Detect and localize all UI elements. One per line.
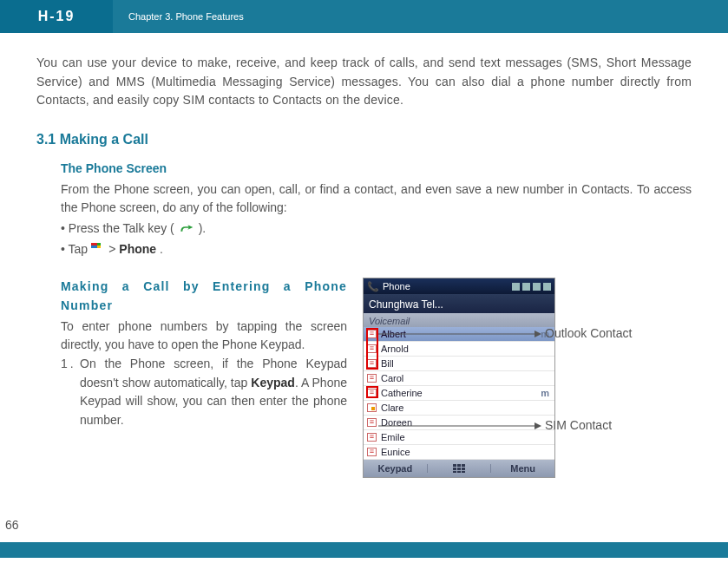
callout-outlook: Outlook Contact <box>378 324 632 344</box>
outlook-contact-icon: ≡ <box>367 433 377 442</box>
list-item[interactable]: ≡ Catherine m <box>364 386 554 401</box>
outlook-contact-icon: ≡ <box>367 374 377 383</box>
contact-name: Bill <box>381 357 394 371</box>
outlook-contact-icon: ≡ <box>367 344 377 353</box>
phone-softkey-bar: Keypad Menu <box>364 460 554 477</box>
svg-marker-3 <box>535 422 541 429</box>
outlook-contact-icon: ≡ <box>367 448 377 456</box>
phone-app-icon: 📞 <box>367 279 379 294</box>
keypad-label: Keypad <box>251 376 295 390</box>
bullet-tap-start: • Tap > Phone. <box>61 240 692 259</box>
mobile-indicator: m <box>541 386 551 401</box>
contact-name: Arnold <box>381 342 409 357</box>
callout-sim: SIM Contact <box>378 416 612 435</box>
status-icons <box>512 283 551 291</box>
top-bar: H-19 Chapter 3. Phone Features <box>0 0 728 33</box>
battery-icon <box>533 283 541 291</box>
carrier-label: Chunghwa Tel... <box>364 294 554 313</box>
keypad-icon <box>453 464 465 473</box>
bullet-text: • Tap <box>61 240 88 259</box>
close-icon <box>543 283 551 291</box>
phone-app-title: Phone <box>383 279 410 294</box>
windows-start-icon <box>91 243 105 255</box>
list-item[interactable]: ≡ Arnold <box>364 342 554 357</box>
phone-titlebar: 📞 Phone <box>364 278 554 294</box>
contact-name: Eunice <box>381 445 410 460</box>
left-column: Making a Call by Entering a Phone Number… <box>61 278 347 478</box>
callout-label: SIM Contact <box>545 416 612 435</box>
list-item[interactable]: Clare <box>364 401 554 416</box>
bullet-text: • Press the Talk key ( <box>61 219 174 239</box>
gt-symbol: > <box>108 240 115 259</box>
softkey-keypad-icon[interactable] <box>427 464 492 473</box>
subsection-phone-screen-body: From the Phone screen, you can open, cal… <box>61 180 692 218</box>
step-number: 1. <box>61 355 80 430</box>
footer-bar <box>0 542 728 558</box>
softkey-menu[interactable]: Menu <box>491 462 554 476</box>
list-item[interactable]: ≡ Eunice <box>364 445 554 460</box>
talk-key-icon <box>178 223 195 235</box>
signal-icon <box>512 283 520 291</box>
phone-label: Phone <box>119 240 156 259</box>
chapter-title: Chapter 3. Phone Features <box>113 11 244 22</box>
contact-name: Clare <box>381 401 403 416</box>
callout-arrow-icon <box>378 421 541 431</box>
outlook-contact-icon: ≡ <box>367 418 377 427</box>
brand-logo: H-19 <box>0 0 113 33</box>
subsection-entering-number-body: To enter phone numbers by tapping the sc… <box>61 318 347 355</box>
page-number: 66 <box>5 518 19 532</box>
section-heading: 3.1 Making a Call <box>36 129 692 151</box>
callout-arrow-icon <box>378 329 541 339</box>
outlook-contact-icon: ≡ <box>367 359 377 368</box>
contact-name: Carol <box>381 371 403 386</box>
volume-icon <box>522 283 530 291</box>
list-item[interactable]: ≡ Bill <box>364 357 554 371</box>
bullet-press-talk: • Press the Talk key ( ). <box>61 219 692 239</box>
period: . <box>160 240 163 259</box>
phone-screenshot: 📞 Phone Chunghwa Tel... Voicemail <box>363 278 555 478</box>
subsection-phone-screen-title: The Phone Screen <box>61 160 692 179</box>
svg-marker-1 <box>535 331 541 337</box>
subsection-entering-number-title: Making a Call by Entering a Phone Number <box>61 278 347 315</box>
sim-contact-icon <box>367 403 377 412</box>
list-item[interactable]: ≡ Carol <box>364 371 554 386</box>
outlook-contact-icon: ≡ <box>367 389 377 397</box>
page-content: You can use your device to make, receive… <box>0 33 728 478</box>
bullet-text-close: ). <box>199 219 207 239</box>
softkey-keypad[interactable]: Keypad <box>364 462 427 476</box>
outlook-contact-icon: ≡ <box>367 330 377 338</box>
contact-list: ≡ Albert m ≡ Arnold ≡ Bill <box>364 327 554 460</box>
step-1: 1. On the Phone screen, if the Phone Key… <box>61 355 347 430</box>
contact-name: Catherine <box>381 386 423 401</box>
callout-label: Outlook Contact <box>545 324 632 344</box>
intro-paragraph: You can use your device to make, receive… <box>36 54 692 110</box>
right-column: 📞 Phone Chunghwa Tel... Voicemail <box>363 278 692 478</box>
